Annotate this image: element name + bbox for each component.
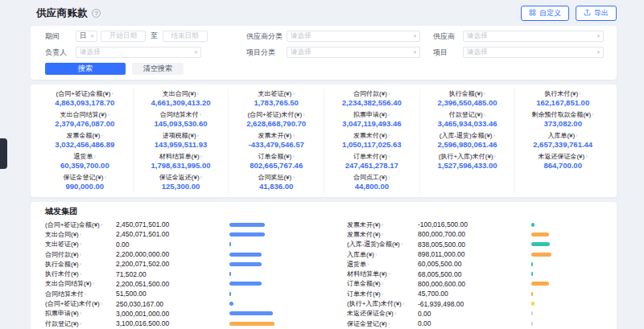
chevron-down-icon: ▾	[597, 50, 600, 56]
stat-cell[interactable]: 合同付款(¥)›2,234,382,556.40	[324, 88, 419, 109]
supplier-category-select[interactable]: 请选择 ▾	[287, 31, 420, 42]
stat-cell[interactable]: 保证金登记(¥)›990,000.00	[37, 172, 133, 193]
stat-cell[interactable]: 执行未付(¥)›162,167,851.00	[514, 88, 610, 109]
end-date-input[interactable]: 结束日期	[163, 31, 208, 42]
metric-label[interactable]: 发票未开(¥)›	[347, 220, 418, 229]
chevron-right-icon: ›	[200, 153, 203, 160]
stat-label: 发票未付(¥)›	[326, 132, 418, 139]
stat-cell[interactable]: 支出合同(¥)›4,661,309,413.20	[133, 88, 229, 109]
stat-cell[interactable]: (合同+签证)金额(¥)›4,863,093,178.70	[37, 88, 133, 109]
stat-cell[interactable]: 发票未付(¥)›1,050,117,025.63	[324, 130, 419, 151]
search-button[interactable]: 搜索	[45, 63, 126, 75]
owner-select[interactable]: 请选择 ▾	[76, 47, 201, 58]
stat-cell[interactable]: 发票金额(¥)›3,032,456,486.89	[37, 130, 133, 151]
export-button[interactable]: 导出	[576, 6, 617, 21]
stat-cell[interactable]: 付款登记(¥)›3,465,934,033.46	[419, 109, 515, 130]
stat-cell[interactable]: 未返还保证金(¥)›864,700.00	[514, 151, 610, 172]
clear-search-button[interactable]: 清空搜索	[132, 63, 184, 75]
group-title[interactable]: 城发集团	[45, 207, 602, 216]
stat-cell[interactable]: 发票未开(¥)›-433,479,546.57	[228, 130, 324, 151]
chevron-right-icon: ›	[80, 261, 82, 268]
supplier-accounts-page: 供应商账款 ? 自定义 导出 期间 日	[0, 0, 644, 329]
report-row: 材料结算单(¥)›68,005,500.00	[347, 269, 602, 278]
stat-cell[interactable]: (入库-退货)金额(¥)›2,596,980,061.46	[419, 130, 515, 151]
stat-value: 3,465,934,033.46	[422, 120, 514, 128]
stat-cell[interactable]: 执行金额(¥)›2,396,550,485.00	[419, 88, 515, 109]
period-unit-select[interactable]: 日 ▾	[76, 31, 97, 42]
metric-label[interactable]: 执行未付(¥)›	[45, 269, 116, 278]
stat-cell[interactable]: 支出合同结算(¥)›2,379,476,087.00	[37, 109, 133, 130]
customize-icon	[529, 9, 536, 18]
stat-cell[interactable]: 保证金返还(¥)›125,300.00	[133, 172, 229, 193]
stat-value: 44,800.00	[326, 183, 418, 191]
drawer-toggle[interactable]	[0, 138, 7, 169]
metric-label[interactable]: (合同+签证)未付(¥)›	[45, 299, 116, 308]
metric-bar	[229, 292, 231, 296]
help-icon[interactable]: ?	[92, 9, 101, 18]
stat-value: 2,596,980,061.46	[422, 141, 514, 149]
metric-label[interactable]: (执行+入库)未付(¥)›	[347, 299, 418, 308]
stat-cell[interactable]: (执行+入库)未付(¥)›1,527,596,433.00	[419, 151, 515, 172]
metric-bar-track	[229, 262, 300, 266]
metric-label[interactable]: 退货单›	[347, 260, 418, 269]
metric-value: 3,000,001,000.00	[116, 310, 229, 318]
metric-label[interactable]: 合同付款(¥)›	[45, 250, 116, 259]
metric-label[interactable]: 拟票申请(¥)›	[45, 309, 116, 318]
project-category-select[interactable]: 请选择 ▾	[287, 47, 420, 58]
metric-label[interactable]: 未返还保证金(¥)›	[347, 309, 418, 318]
metric-label[interactable]: 支出合同(¥)›	[45, 230, 116, 239]
group-report-rows: (合同+签证)金额(¥)›2,450,071,501.00支出合同(¥)›2,4…	[45, 220, 602, 329]
metric-label[interactable]: 付款登记(¥)›	[45, 319, 116, 328]
metric-bar	[229, 272, 231, 276]
metric-label[interactable]: 入库单(¥)›	[347, 250, 418, 259]
chevron-right-icon: ›	[382, 290, 384, 298]
report-row: (入库-退货)金额(¥)›838,005,500.00	[347, 240, 602, 249]
stat-cell[interactable]: 订单金额(¥)›802,665,767.46	[228, 151, 324, 172]
report-row: 执行未付(¥)›71,502.00	[45, 269, 300, 278]
metric-label[interactable]: 材料结算单(¥)›	[347, 269, 418, 278]
metric-label[interactable]: 合同结算未付›	[45, 290, 116, 298]
metric-label[interactable]: 发票未付(¥)›	[347, 230, 418, 239]
stat-cell[interactable]: 退货单›60,359,700.00	[37, 151, 133, 172]
stat-cell[interactable]: 入库单(¥)›2,657,339,761.44	[514, 130, 610, 151]
stat-cell[interactable]: 材料结算单(¥)›1,798,631,995.00	[133, 151, 229, 172]
stat-cell-empty	[514, 172, 610, 193]
metric-bar-track	[229, 253, 300, 257]
chevron-down-icon: ▾	[195, 50, 197, 56]
stat-value: 125,300.00	[135, 183, 227, 191]
metric-label[interactable]: 支出签证(¥)›	[45, 240, 116, 249]
start-date-input[interactable]: 开始日期	[101, 31, 146, 42]
stat-cell[interactable]: 拟票申请(¥)›3,047,119,493.46	[324, 109, 419, 130]
chevron-right-icon: ›	[292, 153, 295, 160]
stat-cell[interactable]: 合同奖惩(¥)›41,836.00	[228, 172, 324, 193]
stat-label: (合同+签证)金额(¥)›	[39, 90, 131, 97]
metric-label[interactable]: 保证金登记(¥)›	[347, 319, 418, 328]
stat-cell[interactable]: 进项税额(¥)›143,959,511.93	[133, 130, 229, 151]
metric-label[interactable]: 执行金额(¥)›	[45, 260, 116, 269]
metric-bar-track	[531, 262, 602, 266]
stat-cell[interactable]: 订单未付(¥)›247,451,278.17	[324, 151, 419, 172]
stat-cell[interactable]: 合同结算未付›145,093,530.60	[133, 109, 229, 130]
chevron-right-icon: ›	[375, 251, 378, 258]
customize-button[interactable]: 自定义	[521, 6, 569, 21]
metric-label[interactable]: (入库-退货)金额(¥)›	[347, 240, 418, 249]
metric-label[interactable]: 支出合同结算(¥)›	[45, 279, 116, 288]
report-row: 退货单›60,005,500.00	[347, 259, 602, 269]
stat-cell[interactable]: 剩余预付取款金额(¥)›373,082.00	[514, 109, 610, 130]
stat-label: 进项税额(¥)›	[135, 132, 227, 139]
stat-cell[interactable]: 支出签证(¥)›1,783,765.50	[228, 88, 324, 109]
metric-label[interactable]: (合同+签证)金额(¥)›	[45, 220, 116, 229]
period-unit-value: 日	[80, 31, 87, 41]
customize-label: 自定义	[539, 8, 561, 19]
project-select[interactable]: 请选择 ▾	[463, 47, 604, 58]
metric-bar-track	[531, 322, 602, 326]
stat-cell[interactable]: (合同+签证)未付(¥)›2,628,668,790.70	[228, 109, 324, 130]
metric-bar-track	[531, 311, 602, 315]
supplier-select[interactable]: 请选择 ▾	[463, 31, 604, 42]
metric-label[interactable]: 订单未付(¥)›	[347, 290, 418, 298]
metric-label[interactable]: 订单金额(¥)›	[347, 279, 418, 288]
filter-owner: 负责人 请选择 ▾	[45, 47, 246, 58]
chevron-right-icon: ›	[107, 111, 109, 118]
stat-cell[interactable]: 合同点工(¥)›44,800.00	[324, 172, 419, 193]
report-row: 支出签证(¥)›0.00	[45, 240, 300, 249]
